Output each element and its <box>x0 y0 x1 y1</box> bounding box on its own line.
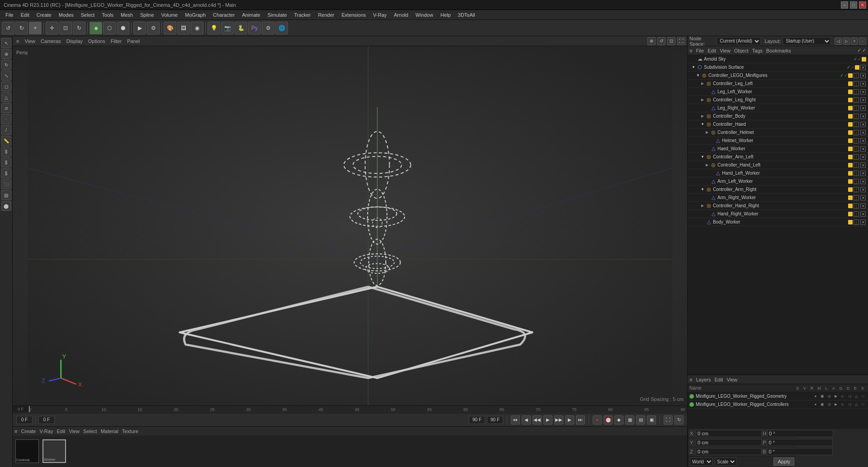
frame-end-left[interactable] <box>469 416 485 424</box>
obj-expand-arnold-sky[interactable] <box>691 57 696 62</box>
vp-icon-2[interactable]: ↺ <box>657 37 665 45</box>
motion-button[interactable]: ▦ <box>625 415 634 424</box>
layer-icon-ctrl-1[interactable]: ● <box>813 402 818 407</box>
xform-input-z[interactable] <box>696 448 762 455</box>
goto-end-button[interactable]: ⏭ <box>576 415 585 424</box>
menu-file[interactable]: File <box>2 11 17 19</box>
frame-input-left[interactable] <box>16 416 33 424</box>
obj-leg-left-worker[interactable]: △ Leg_Left_Worker ⋮ ✕ <box>688 88 868 96</box>
obj-controller-arm-left[interactable]: ▼ ◎ Controller_Arm_Left ⋮ ✕ <box>688 153 868 161</box>
obj-controller-lego[interactable]: ▼ ◎ Controller_LEGO_Minifigures ✓ ✓ ⋮ ✕ <box>688 71 868 80</box>
menu-tracker[interactable]: Tracker <box>291 11 315 19</box>
obj-expand-arw[interactable] <box>705 195 709 200</box>
menu-character[interactable]: Character <box>209 11 238 19</box>
mat-texture[interactable]: Texture <box>122 429 138 434</box>
light-tool[interactable]: 💡 <box>208 22 220 34</box>
menu-vray[interactable]: V-Ray <box>369 11 390 19</box>
loop-button[interactable]: ↻ <box>675 415 684 424</box>
extra-tool[interactable]: ⬤ <box>1 201 11 211</box>
mat-select[interactable]: Select <box>83 429 97 434</box>
layer-icon-geo-8[interactable]: □ <box>860 394 866 399</box>
mat-view[interactable]: View <box>69 429 80 434</box>
obj-expand-body[interactable]: ▶ <box>700 114 705 119</box>
step-fwd-button[interactable]: ▶ <box>565 415 574 424</box>
menu-window[interactable]: Window <box>412 11 437 19</box>
minimize-button[interactable]: ─ <box>841 1 848 9</box>
layer-menu-icon[interactable]: ≡ <box>689 377 692 382</box>
select-tool[interactable]: ↖ <box>1 38 11 48</box>
menu-help[interactable]: Help <box>437 11 454 19</box>
obj-arm-right-worker[interactable]: △ Arm_Right_Worker ⋮ ✕ <box>688 194 868 202</box>
live-select-button[interactable]: + <box>29 22 42 34</box>
rotate-button[interactable]: ↻ <box>73 22 85 34</box>
obj-haed-worker[interactable]: △ Haed_Worker ⋮ ✕ <box>688 145 868 153</box>
texture-manager[interactable]: 🖼 <box>177 22 190 34</box>
sculpt-tool[interactable]: $ <box>1 157 11 167</box>
script-button[interactable]: Py <box>248 22 261 34</box>
play-button[interactable]: ▶ <box>543 415 552 424</box>
xform-input-h[interactable] <box>767 430 833 437</box>
layer-button[interactable]: ▤ <box>636 415 645 424</box>
obj-expand-hand-right[interactable]: ▶ <box>700 204 705 208</box>
menu-modes[interactable]: Modes <box>55 11 77 19</box>
world-dropdown[interactable]: World Object <box>690 457 713 466</box>
obj-controller-helmet[interactable]: ▶ ◎ Controller_Helmet ⋮ ✕ <box>688 129 868 137</box>
obj-expand-leg-right[interactable]: ▶ <box>700 98 705 102</box>
point-tool[interactable]: · <box>1 114 11 124</box>
camera-tool-left[interactable]: ◻ <box>1 81 11 91</box>
menu-edit[interactable]: Edit <box>17 11 33 19</box>
close-button[interactable]: ✕ <box>859 1 866 9</box>
mat-edit[interactable]: Edit <box>57 429 65 434</box>
edge-tool[interactable]: ⧄ <box>1 103 11 113</box>
obj-expand-helmet[interactable]: ▶ <box>705 130 709 135</box>
move-button[interactable]: ✛ <box>46 22 58 34</box>
menu-volume[interactable]: Volume <box>158 11 182 19</box>
layout-dropdown[interactable]: Startup (User) <box>783 37 831 45</box>
mat-vray[interactable]: V-Ray <box>39 429 53 434</box>
vp-display[interactable]: Display <box>65 38 85 44</box>
obj-expand-leg-right-w[interactable] <box>705 106 709 110</box>
menu-mesh[interactable]: Mesh <box>117 11 137 19</box>
obj-subdivision-surface[interactable]: ▼ ⬡ Subdivision Surface ✓ ✓ ✕ <box>688 63 868 71</box>
obj-controller-body[interactable]: ▶ ◎ Controller_Body ⋮ ✕ <box>688 112 868 120</box>
obj-tags[interactable]: Tags <box>752 48 763 53</box>
layer-icon-geo-4[interactable]: ▶ <box>833 394 839 399</box>
obj-expand-leg-left-w[interactable] <box>705 90 709 94</box>
menu-select[interactable]: Select <box>77 11 99 19</box>
obj-bookmarks[interactable]: Bookmarks <box>766 48 791 53</box>
undo-button[interactable]: ↺ <box>2 22 14 34</box>
scale-button[interactable]: ⊡ <box>59 22 72 34</box>
vp-menu-icon[interactable]: ≡ <box>14 38 21 44</box>
obj-controller-arm-right[interactable]: ▼ ◎ Controller_Arm_Right ⋮ ✕ <box>688 186 868 194</box>
menu-arnold[interactable]: Arnold <box>390 11 412 19</box>
layer-icon-ctrl-8[interactable]: □ <box>860 402 866 407</box>
layer-item-controllers[interactable]: Minifigure_LEGO_Worker_Rigged_Controller… <box>688 400 868 409</box>
obj-controller-leg-right[interactable]: ▶ ◎ Controller_Leg_Right ⋮ ✕ <box>688 96 868 104</box>
layer-edit[interactable]: Edit <box>714 377 723 382</box>
obj-body-worker[interactable]: △ Body_Worker ⋮ ✕ <box>688 218 868 226</box>
node-editor[interactable]: ◉ <box>191 22 203 34</box>
keyframe-button[interactable]: ◆ <box>614 415 623 424</box>
material-thumb-2[interactable]: Worker <box>42 439 66 463</box>
render-view[interactable]: ▶ <box>133 22 146 34</box>
paint-tool[interactable]: $ <box>1 147 11 157</box>
knife-tool[interactable]: / <box>1 125 11 135</box>
scale-tool[interactable]: ⤡ <box>1 71 11 81</box>
layer-icon-geo-3[interactable]: ◎ <box>826 394 832 399</box>
play-fwd-button[interactable]: ▶▶ <box>554 415 563 424</box>
obj-file[interactable]: File <box>696 48 704 53</box>
obj-edit[interactable]: Edit <box>708 48 716 53</box>
obj-expand-hlw[interactable] <box>709 171 714 176</box>
obj-expand-subd[interactable]: ▼ <box>691 65 696 70</box>
scale-dropdown[interactable]: Scale <box>715 457 736 466</box>
obj-menu-icon[interactable]: ≡ <box>689 48 692 53</box>
layer-icon-geo-2[interactable]: ▣ <box>820 394 825 399</box>
settings-button[interactable]: ⚙ <box>262 22 274 34</box>
layer-icon-ctrl-6[interactable]: ◁ <box>847 402 852 407</box>
obj-hand-right-worker[interactable]: △ Hand_Right_Worker ⋮ ✕ <box>688 210 868 218</box>
autokey-button[interactable]: ⬤ <box>604 415 613 424</box>
obj-expand-lego[interactable]: ▼ <box>696 73 700 78</box>
viewport-canvas[interactable]: Perspective Default Camera.* <box>13 46 687 405</box>
layer-icon-ctrl-7[interactable]: △ <box>854 402 859 407</box>
menu-3dtoall[interactable]: 3DToAll <box>454 11 479 19</box>
